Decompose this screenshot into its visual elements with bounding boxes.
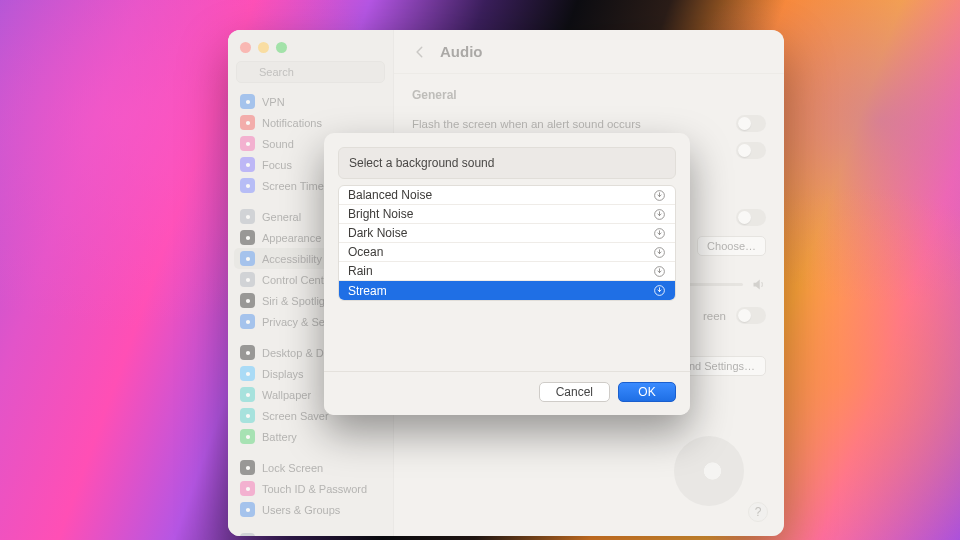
sound-option-dark-noise[interactable]: Dark Noise	[339, 224, 675, 243]
download-icon	[653, 208, 666, 221]
download-icon	[653, 227, 666, 240]
sheet-title: Select a background sound	[349, 156, 665, 170]
cancel-button[interactable]: Cancel	[539, 382, 610, 402]
sound-option-label: Stream	[348, 284, 387, 298]
sound-option-label: Bright Noise	[348, 207, 413, 221]
sheet-title-wrap: Select a background sound	[338, 147, 676, 179]
download-icon	[653, 189, 666, 202]
sound-option-rain[interactable]: Rain	[339, 262, 675, 281]
sound-option-label: Dark Noise	[348, 226, 407, 240]
sheet-footer: Cancel OK	[324, 371, 690, 415]
sound-option-label: Balanced Noise	[348, 188, 432, 202]
sound-option-stream[interactable]: Stream	[339, 281, 675, 300]
sound-option-label: Rain	[348, 264, 373, 278]
sound-option-bright-noise[interactable]: Bright Noise	[339, 205, 675, 224]
ok-button[interactable]: OK	[618, 382, 676, 402]
background-sound-sheet: Select a background sound Balanced Noise…	[324, 133, 690, 415]
download-icon	[653, 284, 666, 297]
download-icon	[653, 265, 666, 278]
sound-list: Balanced NoiseBright NoiseDark NoiseOcea…	[338, 185, 676, 301]
download-icon	[653, 246, 666, 259]
sound-option-ocean[interactable]: Ocean	[339, 243, 675, 262]
sound-option-label: Ocean	[348, 245, 383, 259]
sound-option-balanced-noise[interactable]: Balanced Noise	[339, 186, 675, 205]
